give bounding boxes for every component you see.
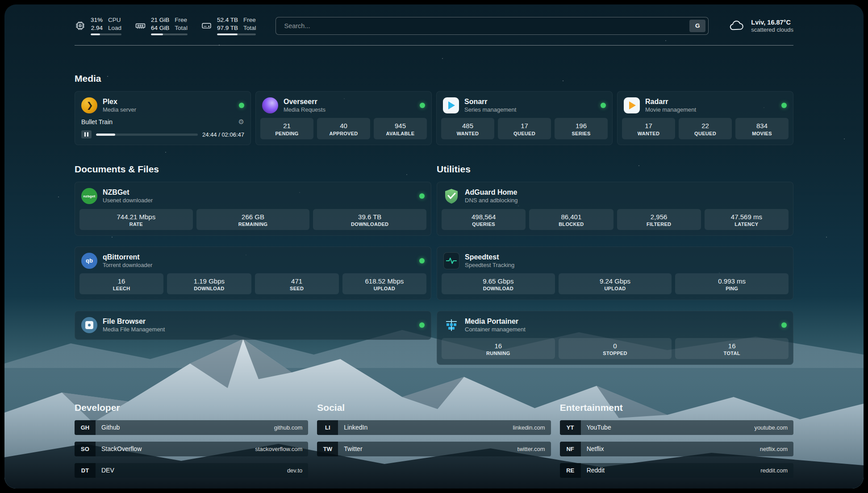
bookmark-abbr: TW <box>317 442 338 456</box>
status-dot <box>781 103 787 108</box>
stat-box: 22QUEUED <box>679 118 732 139</box>
ram-icon <box>135 20 146 31</box>
qbittorrent-card[interactable]: qb qBittorrent Torrent downloader 16LEEC… <box>75 246 431 301</box>
stat-box: 86,401BLOCKED <box>529 209 613 230</box>
bookmark-netflix[interactable]: NF Netflix netflix.com <box>560 442 793 456</box>
weather-widget: Lviv, 16.87°C scattered clouds <box>728 19 793 33</box>
memory-total-value: 64 GiB <box>151 24 169 32</box>
service-name: Radarr <box>645 97 696 106</box>
service-subtitle: DNS and adblocking <box>465 197 518 204</box>
stat-box: 485WANTED <box>441 118 494 139</box>
gear-icon[interactable]: ⚙ <box>238 118 244 126</box>
adguard-card[interactable]: AdGuard Home DNS and adblocking 498,564Q… <box>437 182 793 236</box>
portainer-card[interactable]: Media Portainer Container management 16R… <box>437 311 793 365</box>
stat-box: 834MOVIES <box>735 118 789 139</box>
section-title-utilities: Utilities <box>437 164 793 175</box>
status-dot <box>420 103 425 108</box>
cpu-icon <box>75 20 86 31</box>
bookmark-stackoverflow[interactable]: SO StackOverflow stackoverflow.com <box>75 442 308 456</box>
disk-widget: 52.4 TB Free 97.9 TB Total <box>201 16 256 35</box>
playback-progress-bar <box>96 134 198 136</box>
sonarr-icon <box>443 97 459 113</box>
service-subtitle: Torrent downloader <box>103 262 152 269</box>
memory-total-label: Total <box>175 24 188 32</box>
cpu-load-value: 2.94 <box>91 24 103 32</box>
weather-condition: scattered clouds <box>751 26 793 33</box>
bookmark-url: twitter.com <box>517 446 551 452</box>
bookmark-url: netflix.com <box>760 446 793 452</box>
bookmark-url: linkedin.com <box>513 424 551 431</box>
bookmark-url: dev.to <box>287 467 308 474</box>
search-provider-button[interactable]: G <box>689 20 705 32</box>
radarr-icon <box>624 97 640 113</box>
memory-widget: 21 GiB Free 64 GiB Total <box>135 16 188 35</box>
overseerr-card[interactable]: Overseerr Media Requests 21PENDING 40APP… <box>255 91 432 145</box>
disk-icon <box>201 20 212 31</box>
stat-box: 0.993 msPING <box>675 273 789 294</box>
nzbget-card[interactable]: nzbget NZBGet Usenet downloader 744.21 M… <box>75 182 431 236</box>
sonarr-card[interactable]: Sonarr Series management 485WANTED 17QUE… <box>436 91 613 145</box>
bookmark-name: Twitter <box>338 445 362 452</box>
cpu-widget: 31% CPU 2.94 Load <box>75 16 121 35</box>
bookmark-abbr: YT <box>560 420 581 435</box>
cpu-progress-bar <box>91 33 121 35</box>
portainer-icon <box>443 317 459 333</box>
service-subtitle: Series management <box>464 106 516 113</box>
status-dot <box>419 322 425 328</box>
status-dot <box>419 258 425 263</box>
service-name: qBittorrent <box>103 253 152 262</box>
top-bar: 31% CPU 2.94 Load <box>75 4 793 46</box>
qbittorrent-icon: qb <box>81 253 97 269</box>
disk-free-value: 52.4 TB <box>217 16 238 24</box>
service-name: AdGuard Home <box>465 188 518 197</box>
service-name: Overseerr <box>284 97 326 106</box>
stat-box: 17QUEUED <box>498 118 551 139</box>
plex-card[interactable]: ❯ Plex Media server Bullet Train ⚙ <box>75 91 251 145</box>
disk-total-value: 97.9 TB <box>217 24 238 32</box>
bookmark-name: YouTube <box>581 424 611 431</box>
stat-box: 16RUNNING <box>442 338 555 359</box>
service-name: NZBGet <box>103 188 153 197</box>
cpu-usage-label: CPU <box>108 16 121 24</box>
service-subtitle: Usenet downloader <box>103 197 153 204</box>
cloud-icon <box>728 19 745 33</box>
bookmark-abbr: LI <box>317 420 338 435</box>
bookmark-twitter[interactable]: TW Twitter twitter.com <box>317 442 551 456</box>
stat-box: 47.569 msLATENCY <box>705 209 789 230</box>
bookmark-url: youtube.com <box>755 424 793 431</box>
section-title-developer: Developer <box>75 402 308 413</box>
search-bar: G <box>275 17 709 35</box>
stat-box: 9.65 GbpsDOWNLOAD <box>442 273 555 294</box>
bookmark-abbr: DT <box>75 463 96 478</box>
stat-box: 2,956FILTERED <box>617 209 701 230</box>
bookmark-dev[interactable]: DT DEV dev.to <box>75 463 308 478</box>
bookmark-abbr: RE <box>560 463 581 478</box>
overseerr-icon <box>262 97 278 113</box>
service-subtitle: Media Requests <box>284 106 326 113</box>
bookmark-name: StackOverflow <box>96 445 142 452</box>
status-dot <box>239 103 244 108</box>
search-input[interactable] <box>283 22 689 30</box>
bookmark-abbr: SO <box>75 442 96 456</box>
stat-box: 196SERIES <box>555 118 608 139</box>
radarr-card[interactable]: Radarr Movie management 17WANTED 22QUEUE… <box>617 91 793 145</box>
memory-free-label: Free <box>175 16 188 24</box>
stat-box: 618.52 MbpsUPLOAD <box>342 273 426 294</box>
pause-icon[interactable] <box>81 130 92 138</box>
bookmark-github[interactable]: GH Github github.com <box>75 420 308 435</box>
bookmark-reddit[interactable]: RE Reddit reddit.com <box>560 463 793 478</box>
bookmark-linkedin[interactable]: LI LinkedIn linkedin.com <box>317 420 551 435</box>
playback-time: 24:44 / 02:06:47 <box>202 131 244 138</box>
plex-icon: ❯ <box>81 97 97 113</box>
section-title-documents: Documents & Files <box>75 164 431 175</box>
status-dot <box>781 322 787 328</box>
speedtest-card[interactable]: Speedtest Speedtest Tracking 9.65 GbpsDO… <box>437 246 793 301</box>
bookmark-youtube[interactable]: YT YouTube youtube.com <box>560 420 793 435</box>
stat-box: 266 GBREMAINING <box>196 209 310 230</box>
filebrowser-card[interactable]: File Browser Media File Management <box>75 311 431 339</box>
adguard-icon <box>443 188 459 204</box>
status-dot <box>601 103 606 108</box>
service-subtitle: Container management <box>465 326 526 333</box>
dashboard-screen: 31% CPU 2.94 Load <box>4 4 864 489</box>
section-title-media: Media <box>75 73 793 84</box>
